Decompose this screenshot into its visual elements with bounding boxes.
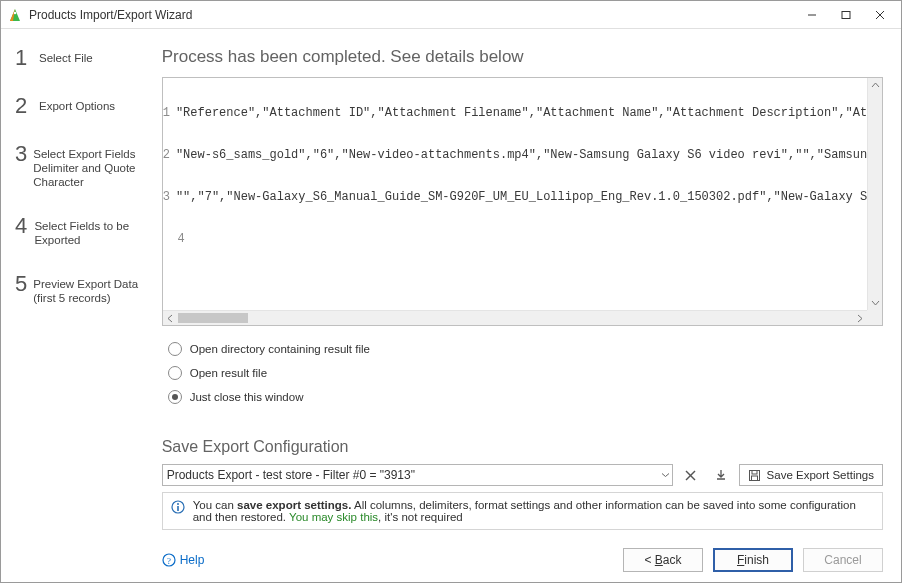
step-label: Preview Export Data (first 5 records) — [33, 273, 141, 305]
content: 1 Select File 2 Export Options 3 Select … — [1, 29, 901, 582]
save-icon — [748, 469, 761, 482]
main-panel: Process has been completed. See details … — [150, 29, 901, 582]
radio-icon — [168, 342, 182, 356]
window-title: Products Import/Export Wizard — [29, 8, 795, 22]
chevron-down-icon[interactable] — [661, 471, 670, 480]
radio-open-directory[interactable]: Open directory containing result file — [168, 342, 883, 356]
step-4[interactable]: 4 Select Fields to be Exported — [15, 215, 142, 247]
step-number: 5 — [15, 273, 27, 295]
svg-point-0 — [14, 11, 17, 14]
svg-rect-8 — [752, 470, 757, 474]
svg-rect-9 — [751, 476, 757, 481]
help-link[interactable]: ? Help — [162, 553, 205, 567]
save-config-row: Products Export - test store - Filter #0… — [162, 464, 883, 486]
x-icon — [684, 469, 697, 482]
step-3[interactable]: 3 Select Export Fields Delimiter and Quo… — [15, 143, 142, 189]
wizard-steps-sidebar: 1 Select File 2 Export Options 3 Select … — [1, 29, 150, 582]
scroll-left-icon[interactable] — [163, 311, 178, 325]
step-number: 3 — [15, 143, 27, 165]
maximize-button[interactable] — [829, 1, 863, 28]
help-label: Help — [180, 553, 205, 567]
cancel-button: Cancel — [803, 548, 883, 572]
info-icon — [171, 500, 185, 514]
result-output-box: 1"Reference","Attachment ID","Attachment… — [162, 77, 883, 326]
svg-text:?: ? — [167, 556, 171, 566]
titlebar: Products Import/Export Wizard — [1, 1, 901, 29]
back-button[interactable]: < Back — [623, 548, 703, 572]
info-bar: You can save export settings. All column… — [162, 492, 883, 530]
save-settings-label: Save Export Settings — [767, 469, 874, 481]
save-export-settings-button[interactable]: Save Export Settings — [739, 464, 883, 486]
close-button[interactable] — [863, 1, 897, 28]
radio-just-close[interactable]: Just close this window — [168, 390, 883, 404]
horizontal-scrollbar[interactable] — [163, 310, 867, 325]
svg-point-11 — [177, 503, 179, 505]
download-icon — [714, 468, 728, 482]
hscroll-thumb[interactable] — [178, 313, 248, 323]
load-config-button[interactable] — [709, 464, 733, 486]
delete-config-button[interactable] — [679, 464, 703, 486]
step-label: Select Fields to be Exported — [34, 215, 141, 247]
radio-open-file[interactable]: Open result file — [168, 366, 883, 380]
finish-button[interactable]: Finish — [713, 548, 793, 572]
radio-label: Just close this window — [190, 391, 304, 403]
step-label: Select File — [39, 47, 93, 65]
save-config-heading: Save Export Configuration — [162, 438, 883, 456]
app-icon — [7, 7, 23, 23]
result-output-text[interactable]: 1"Reference","Attachment ID","Attachment… — [163, 78, 867, 310]
step-number: 2 — [15, 95, 33, 117]
config-name-input[interactable]: Products Export - test store - Filter #0… — [162, 464, 673, 486]
step-2[interactable]: 2 Export Options — [15, 95, 142, 117]
minimize-button[interactable] — [795, 1, 829, 28]
step-5[interactable]: 5 Preview Export Data (first 5 records) — [15, 273, 142, 305]
step-label: Select Export Fields Delimiter and Quote… — [33, 143, 141, 189]
step-label: Export Options — [39, 95, 115, 113]
page-heading: Process has been completed. See details … — [162, 47, 883, 67]
footer: ? Help < Back Finish Cancel — [162, 530, 883, 572]
svg-rect-2 — [842, 11, 850, 18]
svg-rect-12 — [177, 506, 179, 511]
scroll-down-icon[interactable] — [871, 295, 880, 310]
radio-label: Open directory containing result file — [190, 343, 370, 355]
radio-label: Open result file — [190, 367, 267, 379]
info-text: You can save export settings. All column… — [193, 499, 874, 523]
scroll-right-icon[interactable] — [852, 311, 867, 325]
scroll-up-icon[interactable] — [871, 78, 880, 93]
vertical-scrollbar[interactable] — [867, 78, 882, 310]
hscroll-track[interactable] — [178, 311, 852, 325]
radio-icon — [168, 366, 182, 380]
after-export-radio-group: Open directory containing result file Op… — [168, 338, 883, 414]
step-number: 1 — [15, 47, 33, 69]
step-1[interactable]: 1 Select File — [15, 47, 142, 69]
config-name-value: Products Export - test store - Filter #0… — [167, 468, 415, 482]
scroll-corner — [867, 310, 882, 325]
step-number: 4 — [15, 215, 28, 237]
help-icon: ? — [162, 553, 176, 567]
radio-icon — [168, 390, 182, 404]
